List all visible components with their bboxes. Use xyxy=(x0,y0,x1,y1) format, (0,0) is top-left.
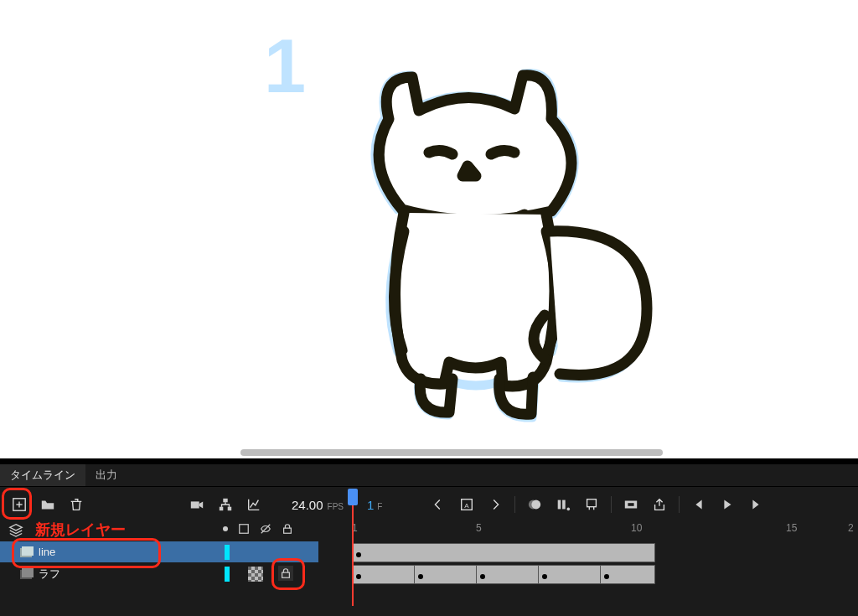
ruler-mark: 2 xyxy=(848,522,854,534)
graph-button[interactable] xyxy=(243,494,265,515)
svg-text:A: A xyxy=(465,502,470,510)
step-back-button[interactable] xyxy=(688,494,710,515)
chevron-right-icon xyxy=(488,497,503,512)
trash-icon xyxy=(69,497,84,512)
folder-icon xyxy=(40,497,55,512)
layer-color-chip[interactable] xyxy=(225,545,230,560)
current-frame-display[interactable]: 1 F xyxy=(367,498,382,512)
new-folder-button[interactable] xyxy=(37,494,59,515)
frame-span[interactable] xyxy=(352,565,416,584)
fps-label: FPS xyxy=(328,502,344,511)
new-layer-button[interactable] xyxy=(8,494,30,515)
svg-rect-16 xyxy=(558,500,561,510)
svg-rect-17 xyxy=(563,500,566,510)
canvas-scrollbar-horizontal[interactable] xyxy=(240,449,663,456)
outline-column-icon[interactable] xyxy=(238,523,250,535)
marker-icon xyxy=(584,497,599,512)
chevron-left-icon xyxy=(431,497,446,512)
layer-name: line xyxy=(39,546,55,558)
track-rough[interactable] xyxy=(327,563,858,584)
timeline-panel: タイムライン 出力 24.00 xyxy=(0,464,858,616)
loop-button[interactable] xyxy=(620,494,642,515)
stage-canvas[interactable]: 1 xyxy=(0,0,858,458)
onion-skin-icon xyxy=(527,497,542,512)
ruler-mark: 15 xyxy=(786,522,797,534)
layers-icon[interactable] xyxy=(5,519,27,541)
delete-button[interactable] xyxy=(65,494,87,515)
tab-timeline[interactable]: タイムライン xyxy=(0,464,85,486)
frame-span[interactable] xyxy=(600,565,655,584)
svg-rect-9 xyxy=(223,499,227,503)
svg-point-18 xyxy=(567,508,571,511)
prev-button[interactable] xyxy=(427,494,449,515)
export-icon xyxy=(652,497,667,512)
play-button[interactable] xyxy=(716,494,738,515)
lock-icon xyxy=(280,567,292,579)
frame-span[interactable] xyxy=(414,565,478,584)
svg-rect-21 xyxy=(628,503,634,506)
lock-column-icon[interactable] xyxy=(282,523,293,535)
visibility-column-icon[interactable] xyxy=(223,526,228,531)
current-frame-label: F xyxy=(377,502,382,511)
playhead-handle[interactable] xyxy=(348,489,358,505)
fps-display[interactable]: 24.00 FPS xyxy=(292,498,344,512)
tab-output[interactable]: 出力 xyxy=(85,464,127,486)
hierarchy-button[interactable] xyxy=(214,494,236,515)
step-back-icon xyxy=(691,497,706,512)
export-button[interactable] xyxy=(649,494,670,515)
svg-rect-28 xyxy=(22,568,34,577)
frame-span[interactable] xyxy=(538,565,602,584)
svg-rect-29 xyxy=(282,572,290,577)
annotation-new-layer: 新規レイヤー xyxy=(35,520,126,540)
next-button[interactable] xyxy=(484,494,506,515)
separator xyxy=(611,496,612,513)
keyframe[interactable] xyxy=(480,574,485,579)
layer-alpha-icon[interactable] xyxy=(248,567,263,582)
layer-color-chip[interactable] xyxy=(225,567,230,582)
step-fwd-button[interactable] xyxy=(745,494,767,515)
panel-tabs: タイムライン 出力 xyxy=(0,464,858,487)
layer-type-icon xyxy=(20,568,34,580)
keyframe-nav-button[interactable]: A xyxy=(456,494,478,515)
keyframe[interactable] xyxy=(418,574,423,579)
onion-skin-button[interactable] xyxy=(524,494,545,515)
keyframe[interactable] xyxy=(542,574,547,579)
frame-number-overlay: 1 xyxy=(264,23,306,110)
layer-type-icon xyxy=(20,546,34,558)
current-frame-value: 1 xyxy=(367,498,374,512)
fps-value: 24.00 xyxy=(292,498,323,512)
timeline-toolbar: 24.00 FPS 1 F A xyxy=(0,489,858,520)
keyframe[interactable] xyxy=(604,574,609,579)
svg-rect-26 xyxy=(22,546,34,556)
svg-rect-11 xyxy=(228,507,232,511)
frame-span[interactable] xyxy=(352,543,655,562)
columns-icon xyxy=(556,497,571,512)
svg-rect-10 xyxy=(220,507,224,511)
plus-box-icon xyxy=(12,497,27,512)
layer-lock-toggle[interactable] xyxy=(278,566,293,581)
frame-view-button[interactable] xyxy=(581,494,602,515)
play-icon xyxy=(720,497,735,512)
artwork-cat xyxy=(335,42,687,436)
track-line[interactable] xyxy=(327,541,858,562)
playhead-line xyxy=(352,505,354,606)
camera-button[interactable] xyxy=(186,494,208,515)
layer-row-line[interactable]: line xyxy=(0,541,318,562)
keyframe-a-icon: A xyxy=(459,497,474,512)
ruler-mark: 10 xyxy=(631,522,642,534)
step-forward-icon xyxy=(748,497,763,512)
frame-ruler[interactable]: 1 5 10 15 2 xyxy=(327,520,858,540)
hide-column-icon[interactable] xyxy=(260,523,271,535)
svg-rect-8 xyxy=(191,501,199,508)
graph-icon xyxy=(246,497,261,512)
keyframe[interactable] xyxy=(356,552,361,557)
svg-point-15 xyxy=(532,500,541,510)
hierarchy-icon xyxy=(218,497,233,512)
playhead[interactable] xyxy=(349,489,356,539)
separator xyxy=(679,496,680,513)
layer-row-rough[interactable]: ラフ xyxy=(0,563,318,584)
frame-span[interactable] xyxy=(476,565,540,584)
edit-multiple-button[interactable] xyxy=(552,494,574,515)
separator xyxy=(514,496,515,513)
keyframe[interactable] xyxy=(356,574,361,579)
